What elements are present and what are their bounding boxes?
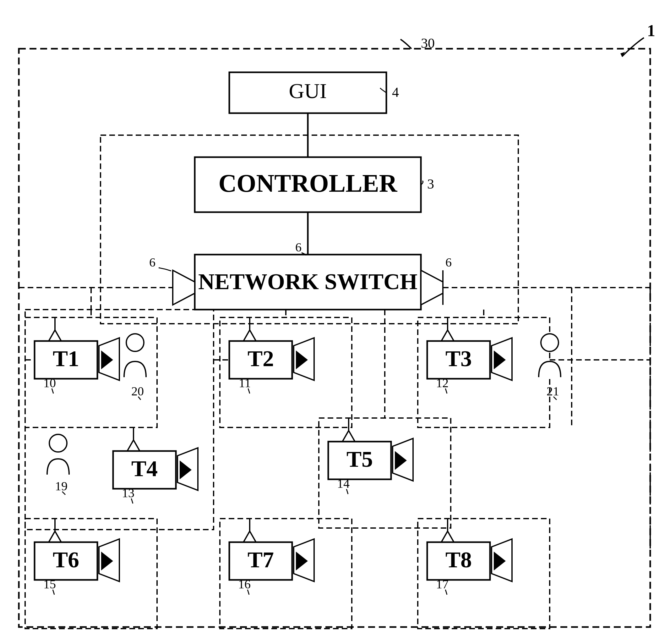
person20-body [124,362,146,377]
ref-20-label: 20 [131,384,144,398]
person19-body [47,459,69,475]
t4-antenna-left [127,440,134,451]
t7-antenna-left [243,531,250,542]
t6-antenna-left [49,531,55,542]
ref-14-label: 14 [337,476,350,491]
ref-30-label: 30 [421,36,435,51]
t1-antenna-right [55,330,61,341]
ref-17-label: 17 [436,577,448,591]
t3-antenna-right [447,330,454,341]
person20-head [126,334,144,351]
ref-16-label: 16 [238,577,251,591]
t7-antenna-right [250,531,256,542]
t7-label: T7 [247,547,274,572]
t4-antenna-right [134,440,140,451]
t8-antenna-left [441,531,447,542]
t2-antenna-right [250,330,256,341]
ref-1-arrow [622,38,644,56]
left-connector [173,270,195,305]
controller-label: CONTROLLER [219,169,398,197]
t5-antenna-left [343,431,349,442]
t5-label: T5 [347,447,373,472]
t8-label: T8 [445,547,472,572]
ref-6a-label: 6 [149,255,156,270]
person19-head [49,434,67,452]
ref-10-label: 10 [43,376,56,390]
ref-11-label: 11 [239,376,251,390]
person21-head [541,334,559,351]
t2-antenna-left [243,330,250,341]
t5-antenna-right [349,431,355,442]
ref-3-label: 3 [427,176,434,192]
diagram-container: 1 30 GUI 4 CONTROLLER 3 NETWORK SWITCH 5… [0,0,670,644]
t1-label: T1 [53,346,79,371]
ref-13-label: 13 [122,486,134,500]
ref-15-label: 15 [43,577,56,591]
network-switch-label: NETWORK SWITCH [198,269,417,294]
ref-30-arrow [401,39,412,49]
ref-6c-label: 6 [295,240,302,254]
t4-label: T4 [131,456,158,481]
t1-antenna-left [49,330,55,341]
ref-19-label: 19 [55,479,68,493]
ref-6b-label: 6 [445,255,452,270]
ref-21-label: 21 [547,384,559,398]
t8-antenna-right [447,531,454,542]
t6-label: T6 [53,547,79,572]
t2-label: T2 [247,346,274,371]
ref-1: 1 [647,22,655,40]
ref-4-label: 4 [392,84,399,100]
t6-antenna-right [55,531,61,542]
ref-12-label: 12 [436,376,448,390]
right-connector [421,270,443,305]
t3-antenna-left [441,330,447,341]
gui-label: GUI [289,79,327,103]
person21-body [539,362,561,377]
t3-label: T3 [445,346,472,371]
